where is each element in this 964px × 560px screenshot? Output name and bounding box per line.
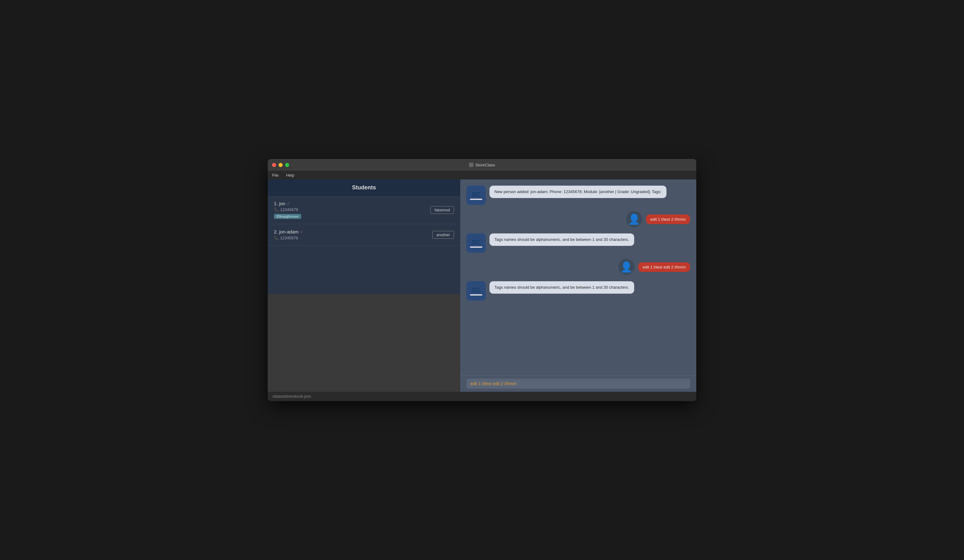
- user-avatar-1: 👤: [626, 211, 642, 227]
- chat-message-5: SC Tags names should be alphanumeric, an…: [466, 281, 690, 300]
- student-tag-1: 85bvgqjhrouvv: [274, 214, 301, 219]
- student-item-2[interactable]: 2. jon-adam ♀ 📞 12345678 another: [268, 224, 460, 245]
- title-bar: StoreClass: [268, 159, 696, 171]
- bot-avatar-1: SC: [466, 186, 486, 205]
- outgoing-bubble-1: edit 1 t/test 2 t/hmm: [646, 214, 690, 224]
- bot-avatar-label-3: SC: [472, 287, 480, 294]
- student-phone-2: 📞 12345678: [274, 235, 303, 240]
- menu-file[interactable]: File: [271, 172, 280, 178]
- app-window: StoreClass File Help Students 1. jon ♂: [268, 159, 696, 401]
- student-item-1[interactable]: 1. jon ♂ 📞 12345678 85bvgqjhrouvv fakemo…: [268, 196, 460, 224]
- student-phone-1: 📞 12345678: [274, 207, 301, 212]
- chat-message-4: edit 1 t/test edit 2 t/hmm 👤: [466, 259, 690, 275]
- right-panel: SC New person added: jon-adam; Phone: 12…: [460, 179, 696, 392]
- empty-area: [268, 294, 460, 392]
- menu-bar: File Help: [268, 171, 696, 179]
- app-icon: [469, 163, 473, 167]
- input-area: [460, 375, 696, 392]
- traffic-lights: [272, 163, 289, 167]
- message-bubble-1: New person added: jon-adam; Phone: 12345…: [489, 186, 666, 198]
- module-badge-2[interactable]: another: [432, 231, 454, 239]
- user-avatar-icon-2: 👤: [620, 261, 633, 273]
- menu-help[interactable]: Help: [285, 172, 296, 178]
- student-list: 1. jon ♂ 📞 12345678 85bvgqjhrouvv fakemo…: [268, 196, 460, 294]
- bot-avatar-bar-2: [470, 247, 482, 248]
- gender-icon-1: ♂: [287, 201, 290, 206]
- bot-avatar-bar-1: [470, 199, 482, 200]
- window-title-area: StoreClass: [469, 163, 495, 167]
- bot-avatar-2: SC: [466, 234, 486, 253]
- status-bar: ./data/addressbook.json: [268, 392, 696, 401]
- chat-input[interactable]: [466, 379, 690, 389]
- student-name-1: 1. jon ♂: [274, 201, 301, 206]
- status-text: ./data/addressbook.json: [272, 394, 311, 399]
- student-info-2: 2. jon-adam ♀ 📞 12345678: [274, 229, 303, 240]
- user-avatar-2: 👤: [618, 259, 635, 275]
- phone-icon-1: 📞: [274, 207, 279, 212]
- gender-icon-2: ♀: [300, 230, 303, 234]
- chat-message-2: edit 1 t/test 2 t/hmm 👤: [466, 211, 690, 227]
- module-badge-1[interactable]: fakemod: [430, 206, 454, 214]
- phone-icon-2: 📞: [274, 235, 279, 240]
- bot-avatar-bar-3: [470, 294, 482, 295]
- chat-message-3: SC Tags names should be alphanumeric, an…: [466, 234, 690, 253]
- chat-message-1: SC New person added: jon-adam; Phone: 12…: [466, 186, 690, 205]
- student-info-1: 1. jon ♂ 📞 12345678 85bvgqjhrouvv: [274, 201, 301, 219]
- minimize-button[interactable]: [278, 163, 283, 167]
- outgoing-bubble-2: edit 1 t/test edit 2 t/hmm: [638, 262, 690, 272]
- bot-avatar-3: SC: [466, 281, 486, 300]
- bot-avatar-label-2: SC: [472, 239, 480, 246]
- user-avatar-icon-1: 👤: [628, 213, 640, 225]
- student-name-2: 2. jon-adam ♀: [274, 229, 303, 234]
- chat-area[interactable]: SC New person added: jon-adam; Phone: 12…: [460, 179, 696, 375]
- close-button[interactable]: [272, 163, 276, 167]
- window-title: StoreClass: [475, 163, 495, 167]
- maximize-button[interactable]: [285, 163, 289, 167]
- students-header: Students: [268, 179, 460, 196]
- main-content: Students 1. jon ♂ 📞 12345678: [268, 179, 696, 392]
- bot-avatar-label-1: SC: [472, 191, 480, 198]
- left-panel: Students 1. jon ♂ 📞 12345678: [268, 179, 460, 392]
- message-bubble-2: Tags names should be alphanumeric, and b…: [489, 234, 634, 246]
- message-bubble-3: Tags names should be alphanumeric, and b…: [489, 281, 634, 294]
